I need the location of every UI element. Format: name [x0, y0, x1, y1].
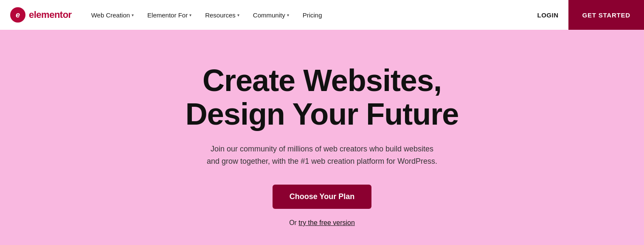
- nav-item-web-creation[interactable]: Web Creation ▾: [85, 8, 140, 22]
- nav-right: LOGIN GET STARTED: [527, 0, 644, 30]
- nav-resources-label: Resources: [205, 11, 236, 19]
- logo-icon: e: [10, 7, 25, 23]
- free-version-prefix: Or: [289, 219, 298, 226]
- logo[interactable]: e elementor: [10, 7, 72, 23]
- free-version-text: Or try the free version: [289, 219, 355, 227]
- nav-web-creation-label: Web Creation: [91, 11, 130, 19]
- nav-links: Web Creation ▾ Elementor For ▾ Resources…: [85, 8, 527, 22]
- nav-item-elementor-for[interactable]: Elementor For ▾: [141, 8, 197, 22]
- hero-subtitle: Join our community of millions of web cr…: [203, 143, 441, 168]
- logo-text: elementor: [29, 9, 72, 20]
- nav-item-resources[interactable]: Resources ▾: [199, 8, 245, 22]
- chevron-down-icon: ▾: [189, 13, 191, 17]
- navbar: e elementor Web Creation ▾ Elementor For…: [0, 0, 644, 30]
- hero-section: Create Websites, Design Your Future Join…: [0, 30, 644, 245]
- nav-pricing-label: Pricing: [303, 11, 322, 19]
- nav-item-community[interactable]: Community ▾: [247, 8, 295, 22]
- nav-elementor-for-label: Elementor For: [147, 11, 188, 19]
- chevron-down-icon: ▾: [237, 13, 239, 17]
- hero-title: Create Websites, Design Your Future: [186, 64, 458, 131]
- hero-title-line1: Create Websites,: [202, 63, 442, 97]
- get-started-button[interactable]: GET STARTED: [568, 0, 644, 30]
- choose-plan-button[interactable]: Choose Your Plan: [273, 185, 371, 209]
- nav-community-label: Community: [253, 11, 285, 19]
- chevron-down-icon: ▾: [132, 13, 134, 17]
- login-button[interactable]: LOGIN: [527, 8, 568, 22]
- nav-item-pricing[interactable]: Pricing: [297, 8, 328, 22]
- free-version-link[interactable]: try the free version: [298, 219, 355, 226]
- hero-title-line2: Design Your Future: [186, 97, 458, 131]
- chevron-down-icon: ▾: [287, 13, 289, 17]
